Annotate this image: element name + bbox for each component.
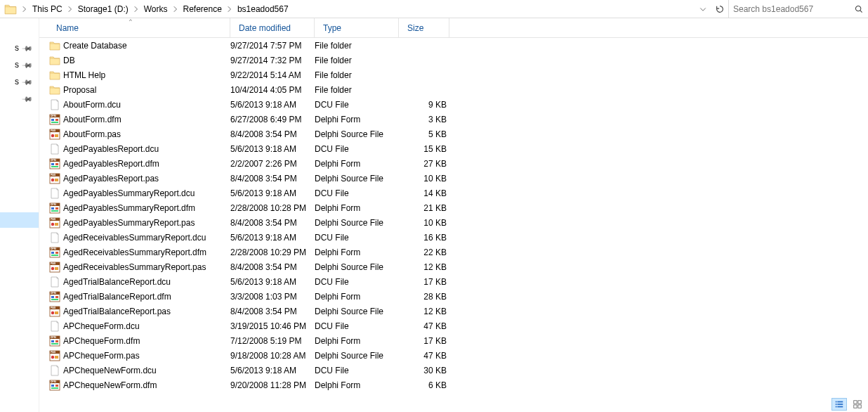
file-row[interactable]: APChequeNewForm.dcu5/6/2013 9:18 AMDCU F… bbox=[48, 363, 868, 378]
file-row[interactable]: AgedPayablesReport.pas8/4/2008 3:54 PMDe… bbox=[48, 171, 868, 186]
breadcrumb[interactable]: This PCStorage1 (D:)WorksReferencebs1ead… bbox=[0, 0, 729, 18]
nav-item[interactable] bbox=[0, 22, 39, 39]
file-row[interactable]: AgedPayablesSummaryReport.dcu5/6/2013 9:… bbox=[48, 186, 868, 200]
file-size: 30 KB bbox=[399, 366, 449, 375]
chevron-right-icon[interactable] bbox=[65, 5, 75, 13]
file-type: DCU File bbox=[315, 366, 399, 375]
file-row[interactable]: APChequeForm.dfm7/12/2008 5:19 PMDelphi … bbox=[48, 333, 868, 348]
nav-pane[interactable]: s📌s📌s📌📌 bbox=[0, 18, 39, 412]
nav-item[interactable]: s📌 bbox=[0, 73, 39, 90]
address-bar: This PCStorage1 (D:)WorksReferencebs1ead… bbox=[0, 0, 868, 18]
column-headers: Name Date modified Type Size bbox=[39, 18, 868, 38]
file-row[interactable]: AgedPayablesSummaryReport.pas8/4/2008 3:… bbox=[48, 215, 868, 230]
file-row[interactable]: AboutForm.dcu5/6/2013 9:18 AMDCU File9 K… bbox=[48, 97, 868, 112]
file-name: AgedPayablesReport.pas bbox=[63, 174, 159, 184]
file-date: 9/27/2014 7:57 PM bbox=[230, 41, 315, 51]
file-date: 2/28/2008 10:28 PM bbox=[230, 203, 315, 213]
dfm-icon bbox=[49, 247, 60, 258]
dfm-icon bbox=[49, 202, 60, 214]
file-size: 10 KB bbox=[399, 174, 449, 184]
file-row[interactable]: Proposal10/4/2014 4:05 PMFile folder bbox=[48, 82, 868, 97]
file-row[interactable]: AgedTrialBalanceReport.dfm3/3/2008 1:03 … bbox=[48, 289, 868, 304]
file-date: 8/4/2008 3:54 PM bbox=[230, 129, 315, 139]
column-header-size[interactable]: Size bbox=[399, 18, 449, 37]
file-name: APChequeForm.dfm bbox=[63, 336, 140, 346]
file-row[interactable]: DB9/27/2014 7:32 PMFile folder bbox=[48, 53, 868, 67]
file-name: HTML Help bbox=[63, 70, 105, 80]
file-date: 9/27/2014 7:32 PM bbox=[230, 56, 315, 65]
file-size: 9 KB bbox=[399, 100, 449, 110]
file-name: AboutForm.dfm bbox=[63, 115, 121, 124]
nav-item[interactable]: s📌 bbox=[0, 56, 39, 73]
nav-selected-item[interactable] bbox=[0, 212, 39, 228]
file-type: Delphi Form bbox=[315, 380, 399, 390]
file-row[interactable]: AboutForm.dfm6/27/2008 6:49 PMDelphi For… bbox=[48, 112, 868, 127]
refresh-button[interactable] bbox=[711, 1, 728, 18]
view-thumbnails-button[interactable] bbox=[850, 398, 865, 411]
search-input[interactable] bbox=[733, 4, 851, 14]
content-pane: ^ Name Date modified Type Size Create Da… bbox=[39, 18, 868, 412]
file-type: Delphi Form bbox=[315, 159, 399, 169]
file-row[interactable]: AgedTrialBalanceReport.pas8/4/2008 3:54 … bbox=[48, 304, 868, 318]
nav-item[interactable]: s📌 bbox=[0, 39, 39, 56]
file-name: Proposal bbox=[63, 85, 96, 95]
file-type: File folder bbox=[315, 56, 399, 65]
file-size: 5 KB bbox=[399, 129, 449, 139]
file-list[interactable]: Create Database9/27/2014 7:57 PMFile fol… bbox=[39, 38, 868, 392]
file-row[interactable]: AgedTrialBalanceReport.dcu5/6/2013 9:18 … bbox=[48, 274, 868, 289]
file-size: 22 KB bbox=[399, 247, 449, 257]
file-type: Delphi Source File bbox=[315, 218, 399, 228]
file-row[interactable]: APChequeForm.dcu3/19/2015 10:46 PMDCU Fi… bbox=[48, 318, 868, 333]
breadcrumb-segment[interactable]: bs1eadod567 bbox=[235, 1, 291, 18]
file-size: 21 KB bbox=[399, 203, 449, 213]
breadcrumb-segment[interactable]: This PC bbox=[29, 1, 65, 18]
file-date: 5/6/2013 9:18 AM bbox=[230, 188, 315, 198]
file-row[interactable]: AgedReceivablesSummaryReport.dcu5/6/2013… bbox=[48, 230, 868, 245]
file-size: 47 KB bbox=[399, 351, 449, 361]
pas-icon bbox=[49, 306, 60, 317]
file-name: AboutForm.dcu bbox=[63, 100, 121, 110]
column-header-type[interactable]: Type bbox=[315, 18, 399, 37]
file-name: AgedPayablesReport.dfm bbox=[63, 159, 159, 169]
file-row[interactable]: AgedPayablesSummaryReport.dfm2/28/2008 1… bbox=[48, 200, 868, 215]
history-dropdown-button[interactable] bbox=[695, 1, 711, 18]
file-row[interactable]: AgedPayablesReport.dcu5/6/2013 9:18 AMDC… bbox=[48, 141, 868, 156]
breadcrumb-segment[interactable]: Works bbox=[141, 1, 171, 18]
file-name: AgedTrialBalanceReport.dfm bbox=[63, 292, 171, 302]
file-row[interactable]: AgedReceivablesSummaryReport.pas8/4/2008… bbox=[48, 259, 868, 274]
breadcrumb-segment[interactable]: Storage1 (D:) bbox=[75, 1, 131, 18]
dfm-icon bbox=[49, 158, 60, 169]
search-box[interactable] bbox=[729, 0, 868, 18]
search-icon[interactable] bbox=[854, 4, 864, 14]
pas-icon bbox=[49, 350, 60, 361]
file-date: 3/19/2015 10:46 PM bbox=[230, 321, 315, 331]
file-row[interactable]: APChequeForm.pas9/18/2008 10:28 AMDelphi… bbox=[48, 348, 868, 363]
file-date: 5/6/2013 9:18 AM bbox=[230, 100, 315, 110]
file-date: 5/6/2013 9:18 AM bbox=[230, 144, 315, 154]
file-name: DB bbox=[63, 56, 75, 65]
file-row[interactable]: Create Database9/27/2014 7:57 PMFile fol… bbox=[48, 38, 868, 53]
chevron-right-icon[interactable] bbox=[171, 5, 180, 13]
file-row[interactable]: APChequeNewForm.dfm9/20/2008 11:28 PMDel… bbox=[48, 378, 868, 392]
file-row[interactable]: HTML Help9/22/2014 5:14 AMFile folder bbox=[48, 67, 868, 82]
nav-item-label: s bbox=[15, 77, 19, 86]
chevron-right-icon[interactable] bbox=[20, 5, 29, 13]
file-row[interactable]: AboutForm.pas8/4/2008 3:54 PMDelphi Sour… bbox=[48, 127, 868, 141]
chevron-right-icon[interactable] bbox=[225, 5, 235, 13]
file-name: APChequeForm.pas bbox=[63, 351, 140, 361]
file-row[interactable]: AgedReceivablesSummaryReport.dfm2/28/200… bbox=[48, 245, 868, 259]
file-type: File folder bbox=[315, 85, 399, 95]
file-name: Create Database bbox=[63, 41, 127, 51]
column-header-name[interactable]: Name bbox=[48, 18, 230, 37]
nav-item[interactable]: 📌 bbox=[0, 90, 39, 107]
column-header-date[interactable]: Date modified bbox=[230, 18, 315, 37]
chevron-right-icon[interactable] bbox=[131, 5, 141, 13]
pas-icon bbox=[49, 129, 60, 140]
file-name: AgedReceivablesSummaryReport.dcu bbox=[63, 233, 206, 243]
breadcrumb-segment[interactable]: Reference bbox=[180, 1, 225, 18]
file-row[interactable]: AgedPayablesReport.dfm2/2/2007 2:26 PMDe… bbox=[48, 156, 868, 171]
file-type: DCU File bbox=[315, 321, 399, 331]
file-type: DCU File bbox=[315, 233, 399, 243]
pin-icon: 📌 bbox=[22, 59, 33, 70]
view-details-button[interactable] bbox=[831, 398, 847, 411]
